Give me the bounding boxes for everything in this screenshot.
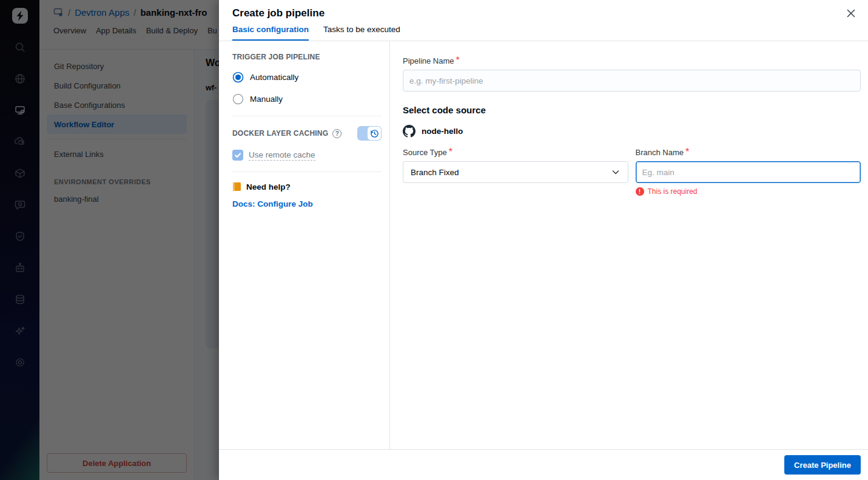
source-type-value: Branch Fixed [411,168,459,177]
source-type-select[interactable]: Branch Fixed [403,161,628,183]
tab-tasks-to-be-executed[interactable]: Tasks to be executed [323,25,400,41]
source-type-field: Source Type* Branch Fixed [403,147,628,196]
chevron-down-icon [611,167,621,177]
docker-layer-caching-row: DOCKER LAYER CACHING ? [232,126,382,141]
radio-unselected-icon [232,93,244,105]
select-code-source-heading: Select code source [403,105,861,115]
branch-name-error-row: ! This is required [636,187,861,196]
dlc-title: DOCKER LAYER CACHING [232,129,328,138]
repository-name: node-hello [422,127,463,136]
use-remote-cache-label: Use remote cache [249,150,315,161]
pipeline-form: Pipeline Name* Select code source node-h… [390,41,868,449]
create-job-pipeline-modal: Create job pipeline Basic configuration … [219,0,868,480]
branch-name-label-row: Branch Name* [636,147,861,158]
config-divider [232,116,382,116]
modal-header: Create job pipeline [219,0,868,19]
dlc-toggle[interactable] [357,126,382,141]
modal-tabs: Basic configuration Tasks to be executed [219,25,868,41]
repository-row: node-hello [403,125,861,138]
source-type-label: Source Type [403,148,447,157]
pipeline-name-label: Pipeline Name [403,56,454,65]
pipeline-name-input[interactable] [403,70,861,92]
trigger-manually-label: Manually [250,95,283,104]
trigger-section-title: TRIGGER JOB PIPELINE [232,53,382,61]
use-remote-cache-row: Use remote cache [232,150,382,161]
modal-footer: Create Pipeline [219,449,868,480]
modal-title: Create job pipeline [232,7,855,19]
branch-name-field: Branch Name* ! This is required [636,147,861,196]
docs-configure-job-link[interactable]: Docs: Configure Job [232,199,313,208]
config-divider [232,172,382,172]
create-pipeline-button[interactable]: Create Pipeline [784,455,861,475]
trigger-automatically-label: Automatically [250,73,298,82]
trigger-manually-option[interactable]: Manually [232,93,382,105]
help-circle-icon[interactable]: ? [332,129,341,138]
close-icon[interactable] [843,5,860,22]
trigger-automatically-option[interactable]: Automatically [232,72,382,83]
tab-basic-configuration[interactable]: Basic configuration [232,25,309,41]
required-asterisk: * [456,55,460,65]
pipeline-name-label-row: Pipeline Name* [403,55,861,66]
required-asterisk: * [449,147,453,157]
required-asterisk: * [685,147,689,157]
radio-selected-icon [232,72,244,83]
checkbox-checked-icon[interactable] [232,150,243,161]
source-type-label-row: Source Type* [403,147,628,158]
modal-body: TRIGGER JOB PIPELINE Automatically Manua… [219,41,868,449]
dlc-toggle-cache-icon [368,127,381,140]
branch-name-error-text: This is required [648,187,698,196]
github-icon [403,125,415,138]
pipeline-config-sidebar: TRIGGER JOB PIPELINE Automatically Manua… [219,41,390,449]
branch-name-input[interactable] [636,161,861,183]
need-help-label: Need help? [246,182,291,192]
branch-name-label: Branch Name [636,148,684,157]
book-icon [232,182,241,192]
error-exclamation-icon: ! [636,187,644,196]
need-help-row: Need help? [232,182,382,192]
screen: / Devtron Apps / banking-nxt-fro Overvie… [0,0,868,480]
source-fields-row: Source Type* Branch Fixed Branch Name* [403,147,861,196]
